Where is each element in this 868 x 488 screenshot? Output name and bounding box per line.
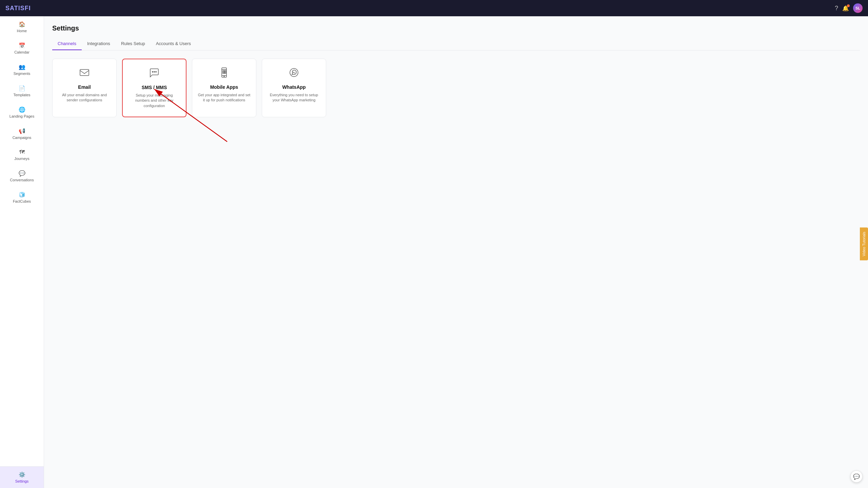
- svg-rect-7: [223, 70, 224, 72]
- help-icon[interactable]: ?: [835, 5, 838, 12]
- email-card-title: Email: [78, 84, 91, 90]
- card-whatsapp[interactable]: WhatsApp Everything you need to setup yo…: [262, 59, 326, 117]
- sidebar-label-settings: Settings: [15, 479, 29, 483]
- segments-icon: 👥: [19, 64, 25, 70]
- notification-bell[interactable]: 🔔: [842, 5, 849, 12]
- svg-rect-8: [224, 70, 226, 72]
- tab-accounts-users[interactable]: Accounts & Users: [151, 38, 196, 50]
- sidebar-item-home[interactable]: 🏠 Home: [0, 16, 44, 38]
- whatsapp-card-icon: [289, 67, 299, 80]
- svg-rect-9: [223, 72, 224, 74]
- sidebar-label-templates: Templates: [13, 93, 30, 97]
- settings-icon: ⚙️: [19, 471, 25, 478]
- video-tutorials-label[interactable]: Video Tutorials: [860, 228, 868, 261]
- tabs: Channels Integrations Rules Setup Accoun…: [52, 38, 860, 50]
- topbar: SATISFI ? 🔔 SL: [0, 0, 868, 16]
- svg-point-12: [290, 68, 298, 77]
- sidebar-item-segments[interactable]: 👥 Segments: [0, 59, 44, 80]
- email-card-icon: [79, 67, 90, 80]
- sidebar-item-journeys[interactable]: 🗺 Journeys: [0, 144, 44, 165]
- whatsapp-card-desc: Everything you need to setup your WhatsA…: [268, 93, 320, 103]
- mobile-apps-card-title: Mobile Apps: [210, 84, 238, 90]
- factcubes-icon: 🧊: [19, 191, 25, 198]
- mobile-apps-card-icon: [219, 67, 230, 80]
- campaigns-icon: 📢: [19, 128, 25, 134]
- card-sms-mms[interactable]: SMS / MMS Setup your messaging numbers a…: [122, 59, 186, 117]
- card-mobile-apps[interactable]: Mobile Apps Get your app integrated and …: [192, 59, 256, 117]
- sidebar-item-templates[interactable]: 📄 Templates: [0, 80, 44, 102]
- sidebar-label-journeys: Journeys: [14, 157, 29, 161]
- sidebar-label-conversations: Conversations: [10, 178, 34, 182]
- avatar[interactable]: SL: [853, 3, 863, 13]
- sidebar-label-calendar: Calendar: [14, 50, 29, 54]
- sidebar-label-factcubes: FactCubes: [13, 199, 31, 203]
- sidebar-label-segments: Segments: [14, 72, 31, 76]
- sidebar-label-campaigns: Campaigns: [13, 136, 32, 140]
- sms-card-icon: [149, 67, 160, 81]
- svg-point-3: [156, 72, 156, 72]
- whatsapp-card-title: WhatsApp: [282, 84, 305, 90]
- sidebar-item-settings[interactable]: ⚙️ Settings: [0, 467, 44, 488]
- templates-icon: 📄: [19, 85, 25, 92]
- sidebar-bottom: ⚙️ Settings: [0, 466, 44, 488]
- page-title: Settings: [52, 24, 860, 32]
- tab-integrations[interactable]: Integrations: [82, 38, 116, 50]
- chat-widget[interactable]: 💬: [850, 470, 863, 483]
- logo: SATISFI: [5, 5, 31, 12]
- video-tutorials-button[interactable]: Video Tutorials: [860, 228, 868, 261]
- conversations-icon: 💬: [19, 170, 25, 177]
- mobile-apps-card-desc: Get your app integrated and set it up fo…: [198, 93, 251, 103]
- calendar-icon: 📅: [19, 42, 25, 49]
- sidebar-item-campaigns[interactable]: 📢 Campaigns: [0, 123, 44, 144]
- svg-rect-0: [80, 69, 89, 76]
- svg-point-2: [154, 72, 155, 72]
- sms-card-desc: Setup your messaging numbers and other k…: [128, 93, 180, 108]
- sidebar: 🏠 Home 📅 Calendar 👥 Segments 📄 Templates…: [0, 16, 44, 488]
- topbar-right: ? 🔔 SL: [835, 3, 863, 13]
- sidebar-label-landing-pages: Landing Pages: [9, 114, 34, 118]
- home-icon: 🏠: [19, 21, 25, 27]
- logo-text: SATISFI: [5, 5, 31, 12]
- notification-dot: [847, 4, 850, 7]
- tab-rules-setup[interactable]: Rules Setup: [116, 38, 151, 50]
- sidebar-item-factcubes[interactable]: 🧊 FactCubes: [0, 187, 44, 208]
- main-content: Settings Channels Integrations Rules Set…: [44, 16, 868, 488]
- sidebar-item-landing-pages[interactable]: 🌐 Landing Pages: [0, 102, 44, 123]
- landing-pages-icon: 🌐: [19, 106, 25, 113]
- sidebar-item-conversations[interactable]: 💬 Conversations: [0, 165, 44, 187]
- svg-point-11: [224, 76, 224, 77]
- card-email[interactable]: Email All your email domains and sender …: [52, 59, 117, 117]
- cards-grid: Email All your email domains and sender …: [52, 59, 860, 117]
- sidebar-label-home: Home: [17, 29, 27, 33]
- svg-point-1: [152, 72, 153, 72]
- sms-card-title: SMS / MMS: [142, 85, 167, 90]
- email-card-desc: All your email domains and sender config…: [58, 93, 111, 103]
- svg-rect-10: [224, 72, 226, 74]
- tab-channels[interactable]: Channels: [52, 38, 82, 50]
- sidebar-item-calendar[interactable]: 📅 Calendar: [0, 38, 44, 59]
- journeys-icon: 🗺: [19, 149, 25, 155]
- chat-widget-icon: 💬: [853, 473, 860, 480]
